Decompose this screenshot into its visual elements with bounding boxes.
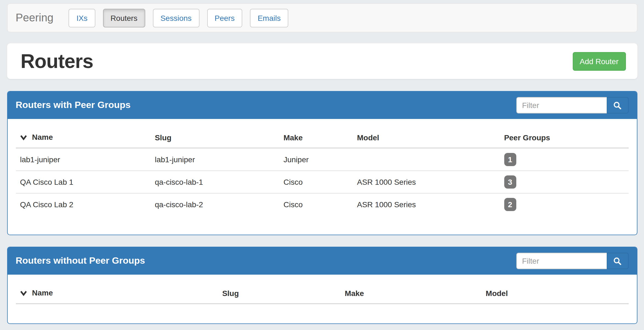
- column-header-slug[interactable]: Slug: [150, 127, 279, 148]
- peer-groups-count-badge: 1: [504, 153, 516, 166]
- column-header-make[interactable]: Make: [340, 283, 481, 304]
- filter-group: [516, 253, 628, 269]
- column-header-make[interactable]: Make: [279, 127, 352, 148]
- search-button[interactable]: [606, 97, 628, 113]
- magnifier-icon: [613, 257, 622, 265]
- cell-make: Cisco: [279, 171, 352, 193]
- add-router-button[interactable]: Add Router: [572, 52, 626, 70]
- column-header-name[interactable]: Name: [16, 127, 150, 148]
- chevron-down-icon: [20, 289, 29, 298]
- cell-model: ASR 1000 Series: [353, 193, 500, 215]
- nav-button-routers[interactable]: Routers: [103, 8, 145, 27]
- magnifier-icon: [613, 101, 622, 109]
- panel-heading: Routers without Peer Groups: [7, 247, 637, 275]
- cell-peer-groups: 1: [500, 148, 628, 171]
- table-header-row: Name Slug Make Model Peer Groups: [16, 127, 628, 148]
- cell-make: Juniper: [279, 148, 352, 171]
- nav-button-sessions[interactable]: Sessions: [153, 8, 199, 27]
- peer-groups-count-badge: 2: [504, 198, 516, 211]
- column-header-slug[interactable]: Slug: [218, 283, 340, 304]
- table-body: lab1-juniperlab1-juniperJuniper1QA Cisco…: [16, 148, 628, 215]
- cell-model: ASR 1000 Series: [353, 171, 500, 193]
- peer-groups-count-badge: 3: [504, 175, 516, 189]
- filter-input[interactable]: [516, 97, 606, 113]
- brand-link[interactable]: Peering: [16, 12, 53, 24]
- table-row: lab1-juniperlab1-juniperJuniper1: [16, 148, 628, 171]
- column-header-model[interactable]: Model: [481, 283, 628, 304]
- nav-button-peers[interactable]: Peers: [207, 8, 242, 27]
- cell-make: Cisco: [279, 193, 352, 215]
- table-row: QA Cisco Lab 1qa-cisco-lab-1CiscoASR 100…: [16, 171, 628, 193]
- panel-body: Name Slug Make Model: [7, 275, 637, 323]
- page-title: Routers: [21, 50, 93, 73]
- routers-with-peer-groups-table: Name Slug Make Model Peer Groups lab1-ju…: [16, 127, 628, 215]
- cell-peer-groups: 3: [500, 171, 628, 193]
- column-header-peer-groups[interactable]: Peer Groups: [500, 127, 628, 148]
- navbar: Peering IXs Routers Sessions Peers Email…: [7, 3, 637, 32]
- panel-title: Routers with Peer Groups: [16, 100, 130, 111]
- panel-body: Name Slug Make Model Peer Groups lab1-ju…: [7, 119, 637, 235]
- panel-heading: Routers with Peer Groups: [7, 92, 637, 119]
- panel-title: Routers without Peer Groups: [16, 255, 145, 266]
- panel-routers-without-peer-groups: Routers without Peer Groups: [7, 247, 637, 324]
- nav-button-emails[interactable]: Emails: [250, 8, 288, 27]
- nav-button-ixs[interactable]: IXs: [69, 8, 95, 27]
- table-header-row: Name Slug Make Model: [16, 283, 628, 304]
- column-header-name[interactable]: Name: [16, 283, 218, 304]
- cell-name: lab1-juniper: [16, 148, 150, 171]
- filter-group: [516, 97, 628, 113]
- cell-slug: qa-cisco-lab-1: [150, 171, 279, 193]
- filter-input[interactable]: [516, 253, 606, 269]
- chevron-down-icon: [20, 133, 29, 142]
- column-header-model[interactable]: Model: [353, 127, 500, 148]
- search-button[interactable]: [606, 253, 628, 269]
- table-row: QA Cisco Lab 2qa-cisco-lab-2CiscoASR 100…: [16, 193, 628, 215]
- cell-slug: lab1-juniper: [150, 148, 279, 171]
- routers-without-peer-groups-table: Name Slug Make Model: [16, 283, 628, 304]
- cell-name: QA Cisco Lab 1: [16, 171, 150, 193]
- cell-peer-groups: 2: [500, 193, 628, 215]
- peering-app: Peering IXs Routers Sessions Peers Email…: [0, 3, 644, 330]
- page-header-card: Routers Add Router: [7, 43, 637, 79]
- panel-routers-with-peer-groups: Routers with Peer Groups: [7, 91, 637, 235]
- cell-model: [353, 148, 500, 171]
- cell-slug: qa-cisco-lab-2: [150, 193, 279, 215]
- cell-name: QA Cisco Lab 2: [16, 193, 150, 215]
